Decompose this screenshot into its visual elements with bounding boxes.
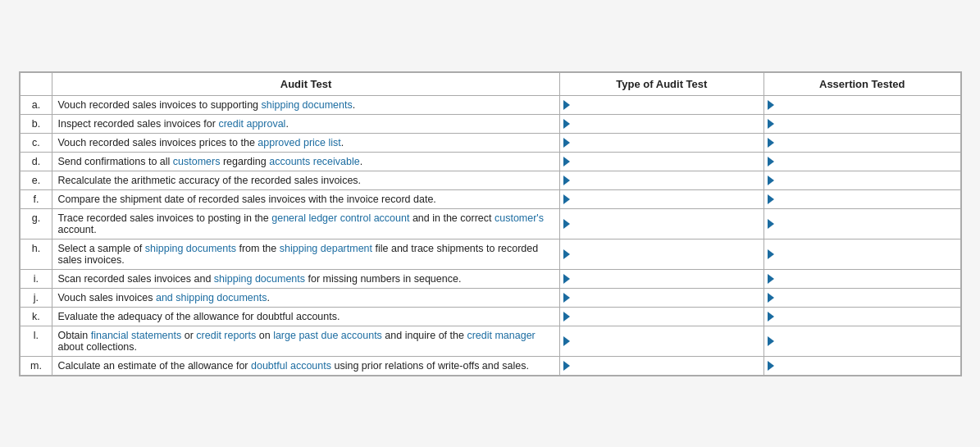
header-type-of-audit-test: Type of Audit Test [559,72,763,95]
row-type-cell[interactable] [559,171,763,189]
dropdown-arrow-icon [768,138,774,148]
row-assertion-cell[interactable] [764,269,960,288]
row-assertion-cell[interactable] [764,208,960,239]
table-row: l.Obtain financial statements or credit … [20,326,960,356]
dropdown-arrow-icon [768,361,774,371]
row-letter: a. [20,95,52,114]
dropdown-arrow-icon [768,194,774,204]
row-audit-text: Obtain financial statements or credit re… [52,326,559,356]
row-letter: g. [20,208,52,239]
row-assertion-cell[interactable] [764,356,960,375]
row-audit-text: Vouch recorded sales invoices to support… [52,95,559,114]
dropdown-arrow-icon [768,176,774,185]
dropdown-arrow-icon [768,336,774,346]
table-row: k.Evaluate the adequacy of the allowance… [20,307,960,326]
row-type-cell[interactable] [559,288,763,307]
row-letter: h. [20,239,52,269]
row-letter: m. [20,356,52,375]
audit-table: Audit Test Type of Audit Test Assertion … [20,72,961,376]
dropdown-arrow-icon [563,312,570,322]
dropdown-arrow-icon [563,176,570,185]
table-row: j.Vouch sales invoices and shipping docu… [20,288,960,307]
row-type-cell[interactable] [559,95,763,114]
dropdown-arrow-icon [768,119,774,129]
dropdown-arrow-icon [563,194,570,204]
row-audit-text: Scan recorded sales invoices and shippin… [52,269,559,288]
row-type-cell[interactable] [559,208,763,239]
row-audit-text: Calculate an estimate of the allowance f… [52,356,559,375]
dropdown-arrow-icon [563,219,570,229]
dropdown-arrow-icon [563,249,570,259]
table-row: d.Send confirmations to all customers re… [20,152,960,171]
row-type-cell[interactable] [559,307,763,326]
row-assertion-cell[interactable] [764,95,960,114]
row-audit-text: Send confirmations to all customers rega… [52,152,559,171]
row-type-cell[interactable] [559,239,763,269]
row-letter: f. [20,189,52,208]
row-assertion-cell[interactable] [764,307,960,326]
audit-table-container: Audit Test Type of Audit Test Assertion … [19,71,962,376]
row-audit-text: Compare the shipment date of recorded sa… [52,189,559,208]
row-type-cell[interactable] [559,152,763,171]
row-assertion-cell[interactable] [764,189,960,208]
row-audit-text: Recalculate the arithmetic accuracy of t… [52,171,559,189]
row-audit-text: Vouch recorded sales invoices prices to … [52,133,559,152]
row-assertion-cell[interactable] [764,133,960,152]
header-assertion-tested: Assertion Tested [764,72,960,95]
row-type-cell[interactable] [559,269,763,288]
dropdown-arrow-icon [563,119,570,129]
table-row: a.Vouch recorded sales invoices to suppo… [20,95,960,114]
row-audit-text: Vouch sales invoices and shipping docume… [52,288,559,307]
table-row: c.Vouch recorded sales invoices prices t… [20,133,960,152]
table-row: h.Select a sample of shipping documents … [20,239,960,269]
row-audit-text: Select a sample of shipping documents fr… [52,239,559,269]
dropdown-arrow-icon [768,249,774,259]
row-type-cell[interactable] [559,326,763,356]
dropdown-arrow-icon [768,219,774,229]
row-assertion-cell[interactable] [764,152,960,171]
row-letter: j. [20,288,52,307]
table-row: g.Trace recorded sales invoices to posti… [20,208,960,239]
row-type-cell[interactable] [559,356,763,375]
dropdown-arrow-icon [563,100,570,110]
dropdown-arrow-icon [768,312,774,322]
table-row: i.Scan recorded sales invoices and shipp… [20,269,960,288]
row-letter: k. [20,307,52,326]
dropdown-arrow-icon [563,138,570,148]
header-letter [20,72,52,95]
dropdown-arrow-icon [563,336,570,346]
header-audit-test: Audit Test [52,72,559,95]
row-assertion-cell[interactable] [764,239,960,269]
row-assertion-cell[interactable] [764,171,960,189]
row-letter: e. [20,171,52,189]
dropdown-arrow-icon [768,274,774,284]
row-letter: i. [20,269,52,288]
row-type-cell[interactable] [559,114,763,133]
dropdown-arrow-icon [768,293,774,303]
dropdown-arrow-icon [768,100,774,110]
row-audit-text: Inspect recorded sales invoices for cred… [52,114,559,133]
table-row: e.Recalculate the arithmetic accuracy of… [20,171,960,189]
row-type-cell[interactable] [559,133,763,152]
row-audit-text: Evaluate the adequacy of the allowance f… [52,307,559,326]
table-row: b.Inspect recorded sales invoices for cr… [20,114,960,133]
row-letter: c. [20,133,52,152]
row-type-cell[interactable] [559,189,763,208]
dropdown-arrow-icon [768,157,774,166]
row-letter: b. [20,114,52,133]
dropdown-arrow-icon [563,157,570,166]
row-audit-text: Trace recorded sales invoices to posting… [52,208,559,239]
row-assertion-cell[interactable] [764,114,960,133]
dropdown-arrow-icon [563,293,570,303]
table-row: f.Compare the shipment date of recorded … [20,189,960,208]
row-assertion-cell[interactable] [764,326,960,356]
row-letter: l. [20,326,52,356]
dropdown-arrow-icon [563,274,570,284]
table-row: m.Calculate an estimate of the allowance… [20,356,960,375]
dropdown-arrow-icon [563,361,570,371]
row-letter: d. [20,152,52,171]
row-assertion-cell[interactable] [764,288,960,307]
